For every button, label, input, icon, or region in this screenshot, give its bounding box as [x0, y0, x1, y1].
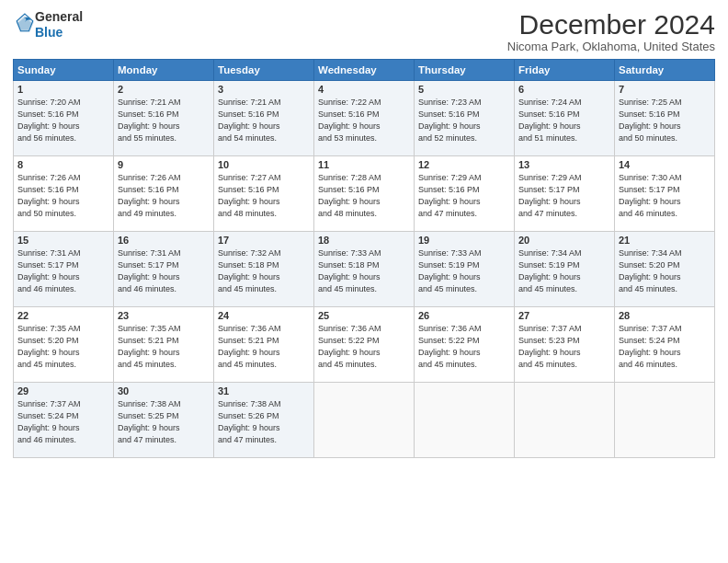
- day-number: 6: [518, 84, 610, 95]
- logo-icon: [15, 13, 35, 33]
- day-number: 21: [619, 235, 711, 246]
- day-number: 1: [17, 84, 109, 95]
- day-info: Sunrise: 7:35 AMSunset: 5:20 PMDaylight:…: [17, 324, 81, 369]
- calendar-cell: 18Sunrise: 7:33 AMSunset: 5:18 PMDayligh…: [314, 232, 415, 307]
- col-header-thursday: Thursday: [415, 60, 515, 81]
- day-number: 29: [17, 385, 109, 396]
- day-info: Sunrise: 7:36 AMSunset: 5:21 PMDaylight:…: [218, 324, 281, 369]
- day-number: 5: [418, 84, 510, 95]
- calendar-cell: 7Sunrise: 7:25 AMSunset: 5:16 PMDaylight…: [615, 81, 715, 156]
- day-info: Sunrise: 7:31 AMSunset: 5:17 PMDaylight:…: [118, 248, 181, 293]
- calendar-cell: 26Sunrise: 7:36 AMSunset: 5:22 PMDayligh…: [415, 307, 515, 383]
- day-number: 11: [318, 159, 410, 170]
- day-number: 20: [518, 235, 610, 246]
- day-info: Sunrise: 7:21 AMSunset: 5:16 PMDaylight:…: [118, 98, 181, 143]
- day-number: 24: [218, 310, 310, 321]
- week-row-1: 1Sunrise: 7:20 AMSunset: 5:16 PMDaylight…: [14, 81, 715, 156]
- calendar-cell: [615, 383, 715, 458]
- day-number: 12: [418, 159, 510, 170]
- calendar-cell: 8Sunrise: 7:26 AMSunset: 5:16 PMDaylight…: [14, 156, 114, 232]
- day-number: 22: [17, 310, 109, 321]
- header-row: SundayMondayTuesdayWednesdayThursdayFrid…: [14, 60, 715, 81]
- day-number: 27: [518, 310, 610, 321]
- day-info: Sunrise: 7:36 AMSunset: 5:22 PMDaylight:…: [318, 324, 381, 369]
- day-info: Sunrise: 7:28 AMSunset: 5:16 PMDaylight:…: [318, 173, 381, 218]
- day-number: 26: [418, 310, 510, 321]
- calendar-cell: 28Sunrise: 7:37 AMSunset: 5:24 PMDayligh…: [615, 307, 715, 383]
- day-number: 15: [17, 235, 109, 246]
- col-header-wednesday: Wednesday: [314, 60, 415, 81]
- header: General Blue December 2024 Nicoma Park, …: [13, 9, 715, 53]
- col-header-sunday: Sunday: [14, 60, 114, 81]
- day-info: Sunrise: 7:26 AMSunset: 5:16 PMDaylight:…: [17, 173, 81, 218]
- calendar-cell: 27Sunrise: 7:37 AMSunset: 5:23 PMDayligh…: [515, 307, 615, 383]
- calendar-cell: [314, 383, 415, 458]
- calendar-cell: 20Sunrise: 7:34 AMSunset: 5:19 PMDayligh…: [515, 232, 615, 307]
- week-row-5: 29Sunrise: 7:37 AMSunset: 5:24 PMDayligh…: [14, 383, 715, 458]
- day-number: 25: [318, 310, 410, 321]
- day-number: 3: [218, 84, 310, 95]
- day-info: Sunrise: 7:32 AMSunset: 5:18 PMDaylight:…: [218, 248, 281, 293]
- day-info: Sunrise: 7:36 AMSunset: 5:22 PMDaylight:…: [418, 324, 482, 369]
- calendar-cell: 29Sunrise: 7:37 AMSunset: 5:24 PMDayligh…: [14, 383, 114, 458]
- month-title: December 2024: [507, 9, 715, 40]
- day-info: Sunrise: 7:33 AMSunset: 5:19 PMDaylight:…: [418, 248, 482, 293]
- day-info: Sunrise: 7:27 AMSunset: 5:16 PMDaylight:…: [218, 173, 281, 218]
- day-info: Sunrise: 7:21 AMSunset: 5:16 PMDaylight:…: [218, 98, 281, 143]
- logo: General Blue: [13, 9, 83, 40]
- day-info: Sunrise: 7:30 AMSunset: 5:17 PMDaylight:…: [619, 173, 682, 218]
- calendar-cell: 2Sunrise: 7:21 AMSunset: 5:16 PMDaylight…: [114, 81, 214, 156]
- week-row-2: 8Sunrise: 7:26 AMSunset: 5:16 PMDaylight…: [14, 156, 715, 232]
- location: Nicoma Park, Oklahoma, United States: [507, 40, 715, 53]
- calendar-cell: 21Sunrise: 7:34 AMSunset: 5:20 PMDayligh…: [615, 232, 715, 307]
- day-number: 8: [17, 159, 109, 170]
- calendar-cell: 1Sunrise: 7:20 AMSunset: 5:16 PMDaylight…: [14, 81, 114, 156]
- day-number: 31: [218, 385, 310, 396]
- day-info: Sunrise: 7:29 AMSunset: 5:16 PMDaylight:…: [418, 173, 482, 218]
- calendar-cell: 12Sunrise: 7:29 AMSunset: 5:16 PMDayligh…: [415, 156, 515, 232]
- day-number: 30: [118, 385, 210, 396]
- calendar-cell: [415, 383, 515, 458]
- day-number: 10: [218, 159, 310, 170]
- day-info: Sunrise: 7:38 AMSunset: 5:26 PMDaylight:…: [218, 399, 281, 444]
- day-info: Sunrise: 7:29 AMSunset: 5:17 PMDaylight:…: [518, 173, 582, 218]
- calendar-cell: 17Sunrise: 7:32 AMSunset: 5:18 PMDayligh…: [214, 232, 314, 307]
- day-info: Sunrise: 7:26 AMSunset: 5:16 PMDaylight:…: [118, 173, 181, 218]
- day-info: Sunrise: 7:37 AMSunset: 5:23 PMDaylight:…: [518, 324, 582, 369]
- calendar-cell: [515, 383, 615, 458]
- day-info: Sunrise: 7:24 AMSunset: 5:16 PMDaylight:…: [518, 98, 582, 143]
- calendar-cell: 23Sunrise: 7:35 AMSunset: 5:21 PMDayligh…: [114, 307, 214, 383]
- day-number: 23: [118, 310, 210, 321]
- day-info: Sunrise: 7:35 AMSunset: 5:21 PMDaylight:…: [118, 324, 181, 369]
- day-info: Sunrise: 7:34 AMSunset: 5:20 PMDaylight:…: [619, 248, 682, 293]
- day-info: Sunrise: 7:33 AMSunset: 5:18 PMDaylight:…: [318, 248, 381, 293]
- day-info: Sunrise: 7:22 AMSunset: 5:16 PMDaylight:…: [318, 98, 381, 143]
- calendar-cell: 3Sunrise: 7:21 AMSunset: 5:16 PMDaylight…: [214, 81, 314, 156]
- day-number: 9: [118, 159, 210, 170]
- calendar-cell: 5Sunrise: 7:23 AMSunset: 5:16 PMDaylight…: [415, 81, 515, 156]
- calendar-cell: 24Sunrise: 7:36 AMSunset: 5:21 PMDayligh…: [214, 307, 314, 383]
- day-number: 18: [318, 235, 410, 246]
- day-info: Sunrise: 7:23 AMSunset: 5:16 PMDaylight:…: [418, 98, 482, 143]
- day-info: Sunrise: 7:31 AMSunset: 5:17 PMDaylight:…: [17, 248, 81, 293]
- calendar-cell: 14Sunrise: 7:30 AMSunset: 5:17 PMDayligh…: [615, 156, 715, 232]
- calendar-cell: 25Sunrise: 7:36 AMSunset: 5:22 PMDayligh…: [314, 307, 415, 383]
- calendar-cell: 4Sunrise: 7:22 AMSunset: 5:16 PMDaylight…: [314, 81, 415, 156]
- calendar-table: SundayMondayTuesdayWednesdayThursdayFrid…: [13, 59, 715, 458]
- col-header-friday: Friday: [515, 60, 615, 81]
- calendar-cell: 13Sunrise: 7:29 AMSunset: 5:17 PMDayligh…: [515, 156, 615, 232]
- day-info: Sunrise: 7:38 AMSunset: 5:25 PMDaylight:…: [118, 399, 181, 444]
- calendar-cell: 15Sunrise: 7:31 AMSunset: 5:17 PMDayligh…: [14, 232, 114, 307]
- calendar-cell: 9Sunrise: 7:26 AMSunset: 5:16 PMDaylight…: [114, 156, 214, 232]
- day-number: 17: [218, 235, 310, 246]
- day-number: 2: [118, 84, 210, 95]
- calendar-cell: 6Sunrise: 7:24 AMSunset: 5:16 PMDaylight…: [515, 81, 615, 156]
- col-header-monday: Monday: [114, 60, 214, 81]
- calendar-cell: 31Sunrise: 7:38 AMSunset: 5:26 PMDayligh…: [214, 383, 314, 458]
- page: General Blue December 2024 Nicoma Park, …: [0, 0, 728, 563]
- week-row-3: 15Sunrise: 7:31 AMSunset: 5:17 PMDayligh…: [14, 232, 715, 307]
- day-number: 19: [418, 235, 510, 246]
- day-number: 16: [118, 235, 210, 246]
- day-info: Sunrise: 7:34 AMSunset: 5:19 PMDaylight:…: [518, 248, 582, 293]
- calendar-cell: 16Sunrise: 7:31 AMSunset: 5:17 PMDayligh…: [114, 232, 214, 307]
